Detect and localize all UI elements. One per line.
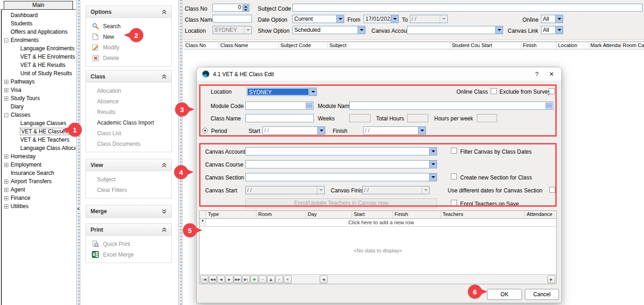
options-item-delete[interactable]: Delete <box>86 53 171 63</box>
nav-next-icon[interactable]: ▶ <box>225 275 233 283</box>
column-header[interactable]: Day <box>306 211 352 218</box>
tree-item-dashboard[interactable]: Dashboard <box>2 11 76 19</box>
subject-code-input[interactable] <box>292 4 643 12</box>
class-item-results[interactable]: Results <box>86 107 171 117</box>
panel-options-header[interactable]: Options <box>86 6 171 18</box>
column-header[interactable]: Attendance <box>525 211 556 218</box>
tree-item-unit-of-study-results[interactable]: Unit of Study Results <box>2 69 76 78</box>
nav-post-icon[interactable]: ✓ <box>275 275 283 283</box>
dropdown-arrow-icon[interactable] <box>429 148 437 155</box>
print-item-quick-print[interactable]: Quick Print <box>86 239 171 249</box>
nav-edit-icon[interactable]: ▲ <box>267 275 275 283</box>
expand-icon[interactable]: + <box>4 88 8 92</box>
class-name-input[interactable] <box>213 15 252 23</box>
online-class-checkbox[interactable] <box>491 88 497 94</box>
scroll-left-icon[interactable]: ◀ <box>320 275 328 283</box>
panel-splitter[interactable] <box>178 0 182 305</box>
dropdown-arrow-icon[interactable] <box>495 26 503 34</box>
column-header[interactable]: Finish <box>522 42 557 49</box>
column-header[interactable]: Class No <box>184 42 219 49</box>
tree-item-language-enrolments[interactable]: Language Enrolments <box>2 44 76 53</box>
panel-class-header[interactable]: Class <box>86 71 171 83</box>
dropdown-arrow-icon[interactable] <box>555 15 563 23</box>
dropdown-arrow-icon[interactable] <box>555 26 563 34</box>
period-radio[interactable] <box>202 128 208 133</box>
nav-next-page-icon[interactable]: ▶▶ <box>234 275 242 283</box>
nav-first-icon[interactable]: |◀ <box>200 275 208 283</box>
location-select[interactable]: SYDNEY <box>247 88 317 96</box>
tree-item-offers-applications[interactable]: Offers and Applications <box>2 28 76 36</box>
tree-item-study-tours[interactable]: +Study Tours <box>2 94 76 102</box>
column-header[interactable]: Subject <box>328 42 450 49</box>
module-name-input[interactable]: … <box>349 102 553 110</box>
view-item-clear-filters[interactable]: Clear Filters <box>86 185 171 195</box>
dropdown-arrow-icon[interactable] <box>429 161 437 168</box>
lookup-ellipsis-button[interactable]: … <box>546 102 553 109</box>
collapse-icon[interactable]: - <box>4 38 8 42</box>
spin-up-icon[interactable] <box>243 5 249 8</box>
weeks-input[interactable] <box>349 114 371 122</box>
tree-item-language-class-allocation[interactable]: Language Class Allocatio <box>2 144 76 152</box>
dropdown-arrow-icon[interactable] <box>422 186 429 194</box>
canvas-account-select[interactable] <box>245 147 437 155</box>
canvas-start-select[interactable]: / / <box>245 186 325 194</box>
tree-item-enrolments[interactable]: -Enrolments <box>2 36 76 44</box>
column-header[interactable]: Mark Attendan <box>589 42 621 49</box>
tree-item-homestay[interactable]: +Homestay <box>2 152 76 161</box>
location-select[interactable]: SYDNEY <box>213 26 252 34</box>
column-header[interactable]: Subject Code <box>279 42 328 49</box>
tree-item-visa[interactable]: +Visa <box>2 86 76 94</box>
tree-item-vet-he-results[interactable]: VET & HE Results <box>2 61 76 69</box>
tree-item-pathways[interactable]: +Pathways <box>2 78 76 86</box>
column-header[interactable]: Start <box>480 42 522 49</box>
expand-icon[interactable]: + <box>4 80 8 84</box>
panel-view-header[interactable]: View <box>86 159 171 171</box>
class-item-class-list[interactable]: Class List <box>86 128 171 138</box>
tree-item-students[interactable]: Students <box>2 19 76 28</box>
expand-icon[interactable]: + <box>4 155 8 159</box>
module-code-input[interactable]: … <box>245 102 314 110</box>
dropdown-arrow-icon[interactable] <box>440 15 447 23</box>
column-header[interactable]: Type <box>206 211 256 218</box>
collapse-icon[interactable]: - <box>4 113 8 117</box>
column-header[interactable]: Room Cap <box>621 42 644 49</box>
show-option-select[interactable]: Scheduled <box>292 26 365 34</box>
to-date-select[interactable]: / / <box>410 15 448 23</box>
cancel-button[interactable]: Cancel <box>525 289 559 300</box>
canvas-account-select[interactable] <box>407 26 503 34</box>
splitter-collapse-icon[interactable]: < <box>77 206 80 212</box>
exclude-survey-checkbox[interactable] <box>549 88 555 94</box>
dropdown-arrow-icon[interactable] <box>429 173 437 181</box>
panel-print-header[interactable]: Print <box>86 224 171 236</box>
tree-item-insurance-search[interactable]: Insurance Search <box>2 169 76 177</box>
class-name-input[interactable] <box>245 114 314 122</box>
chevron-up-icon[interactable] <box>162 10 167 14</box>
column-header[interactable]: Finish <box>393 211 441 218</box>
help-button[interactable]: ? <box>530 69 544 80</box>
canvas-section-select[interactable] <box>245 173 437 181</box>
dropdown-arrow-icon[interactable] <box>309 88 316 96</box>
class-item-allocation[interactable]: Allocation <box>86 85 171 96</box>
filter-canvas-checkbox[interactable] <box>451 148 457 154</box>
column-header[interactable]: Student Coun <box>450 42 480 49</box>
tree-item-diary[interactable]: Diary <box>2 102 76 111</box>
grid-new-row[interactable]: * Click here to add a new row <box>200 219 556 227</box>
dropdown-arrow-icon[interactable] <box>391 15 398 23</box>
tree-item-airport-transfers[interactable]: +Airport Transfers <box>2 177 76 185</box>
tree-item-vet-he-enrolments[interactable]: VET & HE Enrolments <box>2 53 76 61</box>
canvas-link-select[interactable]: All <box>541 26 563 34</box>
sidebar-splitter[interactable] <box>76 0 80 305</box>
column-header[interactable]: Class Name <box>219 42 279 49</box>
create-section-checkbox[interactable] <box>451 173 457 179</box>
class-item-absence[interactable]: Absence <box>86 96 171 107</box>
tree-item-finance[interactable]: +Finance <box>2 194 76 202</box>
spinner-control[interactable] <box>243 5 249 11</box>
scroll-right-icon[interactable]: ▶ <box>547 275 555 283</box>
tree-item-vet-he-teachers[interactable]: VET & HE Teachers <box>2 136 76 144</box>
column-header[interactable]: Teachers <box>441 211 525 218</box>
from-date-select[interactable]: 17/01/2022 <box>364 15 399 23</box>
class-no-input[interactable]: 0 <box>213 4 249 12</box>
column-header[interactable]: Start <box>352 211 393 218</box>
nav-last-icon[interactable]: ▶| <box>242 275 250 283</box>
dropdown-arrow-icon[interactable] <box>317 127 325 134</box>
